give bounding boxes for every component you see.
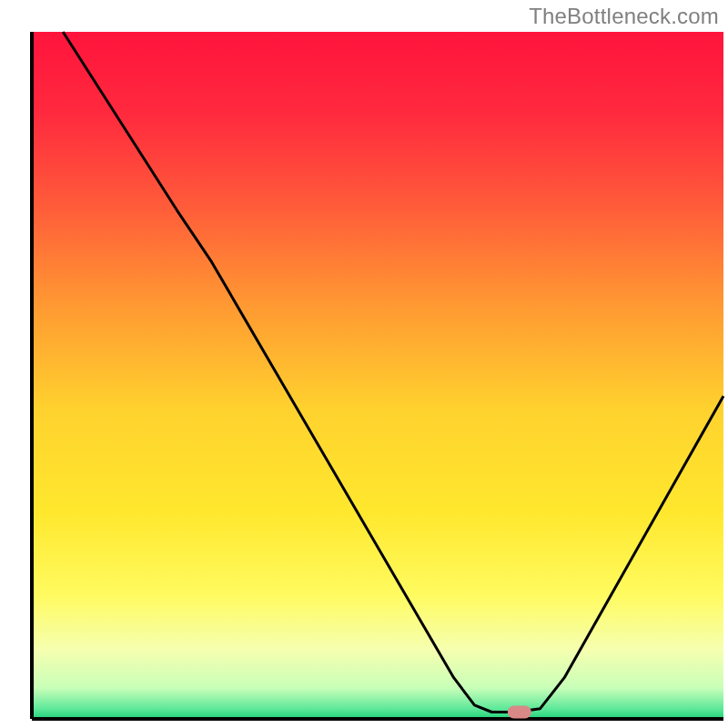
gradient-background — [32, 32, 723, 719]
watermark-text: TheBottleneck.com — [529, 4, 719, 29]
bottleneck-chart — [0, 0, 728, 728]
optimal-marker — [508, 706, 531, 719]
chart-frame: TheBottleneck.com — [0, 0, 728, 728]
